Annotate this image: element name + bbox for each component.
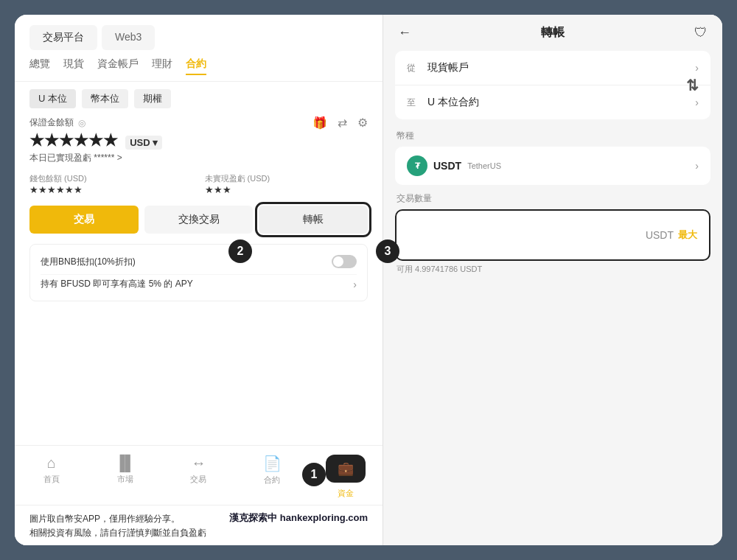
amount-input[interactable] [408,228,646,242]
settings-icon[interactable]: ⚙ [357,116,368,130]
funds-highlight: 💼 [326,455,366,483]
footer-text-1: 圖片取自幣安APP，僅用作經驗分享。 [29,514,180,524]
tab-exchange-platform[interactable]: 交易平台 [29,25,97,50]
to-chevron: › [695,97,699,108]
unrealized-item: 未實現盈虧 (USD) ★★★ [205,173,368,195]
step-badge-1: 1 [302,463,326,486]
top-tab-bar: 交易平台 Web3 [15,15,383,50]
contracts-icon: 📄 [263,455,282,472]
bfusd-text: 持有 BFUSD 即可享有高達 5% 的 APY [41,278,193,290]
tab-web3[interactable]: Web3 [102,25,155,50]
back-arrow[interactable]: ← [398,25,411,41]
nav-funding[interactable]: 資金帳戶 [97,57,139,75]
bnb-discount-text: 使用BNB抵扣(10%折扣) [41,256,136,268]
from-value: 現貨帳戶 [427,61,469,74]
realized-pnl[interactable]: 本日已實現盈虧 ****** > [29,152,368,164]
transfer-button[interactable]: 轉帳 [259,206,368,234]
step-badge-2: 2 [228,239,252,263]
to-row[interactable]: 至 U 本位合約 › [395,85,710,119]
unrealized-label: 未實現盈虧 (USD) [205,173,368,184]
shield-icon[interactable]: 🛡 [694,25,708,41]
balance-header-row: 保證金餘額 ◎ 🎁 ⇄ ⚙ [29,116,368,130]
app-container: 交易平台 Web3 總覽 現貨 資金帳戶 理財 合約 U 本位 幣本位 期權 [15,15,722,545]
gift-icon[interactable]: 🎁 [312,116,327,130]
balance-action-icons: 🎁 ⇄ ⚙ [312,116,368,130]
sub-tab-bar: U 本位 幣本位 期權 [15,82,383,108]
sub-tab-u[interactable]: U 本位 [29,89,76,108]
nav-tab-bar: 總覽 現貨 資金帳戶 理財 合約 [15,50,383,82]
footer-brand: 漢克探索中 hankexploring.com [229,511,368,525]
funds-icon: 💼 [338,461,354,476]
balance-value: ★★★★★★ [29,131,118,150]
home-icon: ⌂ [47,455,56,472]
bfusd-row[interactable]: 持有 BFUSD 即可享有高達 5% 的 APY › [41,274,357,293]
nav-contracts[interactable]: 📄 合約 [235,452,309,502]
left-panel: 交易平台 Web3 總覽 現貨 資金帳戶 理財 合約 U 本位 幣本位 期權 [15,15,383,545]
currency-section-label: 幣種 [395,130,710,142]
exchange-button[interactable]: 交換交易 [144,206,254,234]
right-panel: ← 轉帳 🛡 從 現貨帳戶 › [383,15,722,545]
from-to-card: 從 現貨帳戶 › 至 U 本位合約 › [395,51,710,119]
contracts-label: 合約 [264,475,280,486]
from-label: 從 [407,62,416,74]
usdt-name: USDT [433,160,461,172]
max-button[interactable]: 最大 [678,228,697,242]
hide-icon[interactable]: ◎ [78,118,85,128]
currency-chevron: › [695,160,699,172]
amount-label: 交易數量 [395,192,710,205]
sub-tab-options[interactable]: 期權 [134,89,171,108]
nav-home[interactable]: ⌂ 首頁 [15,452,88,502]
funds-label: 資金 [338,488,354,499]
nav-market[interactable]: ▐▌ 市場 [88,452,162,502]
trade-button[interactable]: 交易 [29,206,139,234]
market-icon: ▐▌ [115,455,136,472]
nav-wealth[interactable]: 理財 [152,57,172,75]
to-label: 至 [407,97,416,109]
main-content: 交易平台 Web3 總覽 現貨 資金帳戶 理財 合約 U 本位 幣本位 期權 [15,15,722,545]
unrealized-value: ★★★ [205,184,368,195]
transfer-title: 轉帳 [541,25,565,41]
currency-section: 幣種 ₮ USDT TetherUS › [395,130,710,185]
bfusd-chevron: › [353,279,357,290]
bottom-nav: ⌂ 首頁 ▐▌ 市場 ↔ 交易 📄 合約 💼 [15,445,383,505]
action-buttons: 交易 交換交易 轉帳 [15,200,383,239]
amount-card: USDT 最大 [395,209,710,261]
balance-amount: ★★★★★★ USD ▾ [29,131,368,150]
transfer-header: ← 轉帳 🛡 [383,15,722,51]
currency-left: ₮ USDT TetherUS [407,155,501,176]
available-text: 可用 4.99741786 USDT [395,264,710,275]
from-row[interactable]: 從 現貨帳戶 › [395,51,710,85]
currency-badge[interactable]: USD ▾ [125,136,162,150]
realized-pnl-text: 本日已實現盈虧 ****** > [29,152,122,164]
market-label: 市場 [117,474,133,485]
home-label: 首頁 [43,474,60,485]
transfer-body: 從 現貨帳戶 › 至 U 本位合約 › [383,51,722,545]
balance-label-text: 保證金餘額 [29,116,74,129]
from-chevron: › [695,62,699,74]
usdt-icon: ₮ [407,155,427,176]
sub-tab-coin[interactable]: 幣本位 [82,89,128,108]
to-value: U 本位合約 [427,96,479,109]
footer-note: 圖片取自幣安APP，僅用作經驗分享。 漢克探索中 hankexploring.c… [15,505,383,545]
currency-card[interactable]: ₮ USDT TetherUS › [395,147,710,185]
nav-contract[interactable]: 合約 [186,57,206,75]
balance-label: 保證金餘額 ◎ [29,116,85,129]
swap-arrows-icon[interactable]: ⇅ [686,77,699,94]
amount-right: USDT 最大 [646,228,697,242]
trade-icon: ↔ [191,455,206,472]
wallet-row: 錢包餘額 (USD) ★★★★★★ 未實現盈虧 (USD) ★★★ [15,169,383,200]
trade-label: 交易 [190,474,206,485]
bnb-promo-card: 使用BNB抵扣(10%折扣) 持有 BFUSD 即可享有高達 5% 的 APY … [29,244,368,301]
bnb-discount-row: 使用BNB抵扣(10%折扣) [41,252,357,271]
amount-section: 交易數量 USDT 最大 可用 4.99741786 USDT [395,192,710,275]
bnb-toggle[interactable] [332,255,357,268]
nav-trade[interactable]: ↔ 交易 [162,452,236,502]
from-to-wrapper: 從 現貨帳戶 › 至 U 本位合約 › [395,51,710,119]
refresh-icon[interactable]: ⇄ [338,116,347,130]
nav-overview[interactable]: 總覽 [29,57,50,75]
wallet-label: 錢包餘額 (USD) [29,173,193,184]
usdt-full-name: TetherUS [467,161,501,170]
nav-spot[interactable]: 現貨 [63,57,84,75]
wallet-balance-item: 錢包餘額 (USD) ★★★★★★ [29,173,193,195]
balance-section: 保證金餘額 ◎ 🎁 ⇄ ⚙ ★★★★★★ USD ▾ 本日已實現盈虧 *****… [15,108,383,169]
